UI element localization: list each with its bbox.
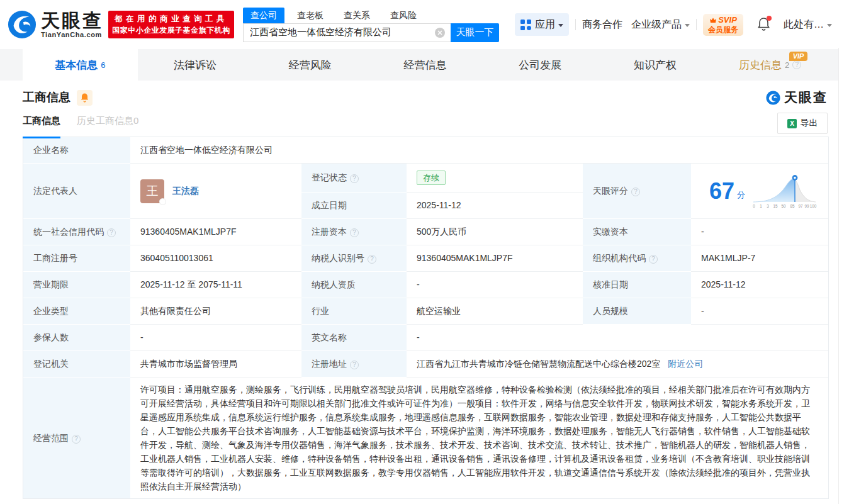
menu-business-cooperation[interactable]: 商务合作: [582, 18, 622, 31]
field-label: 纳税人资质: [301, 272, 407, 298]
search-tab-company[interactable]: 查公司: [243, 8, 284, 23]
credit-code-value: 91360405MAK1MLJP7F: [130, 219, 301, 245]
top-bar: 天眼查 TianYanCha.com 都在用的商业查询工具 国家中小企业发展子基…: [0, 0, 849, 49]
subtab-history-business-info[interactable]: 历史工商信息0: [77, 115, 138, 138]
divider: [696, 19, 697, 30]
clear-search-icon[interactable]: [435, 28, 445, 38]
svip-member-button[interactable]: SVIP 会员服务: [703, 14, 743, 36]
field-label: 统一社会信用代码: [23, 219, 130, 245]
enterprise-product-label: 企业级产品: [631, 18, 682, 31]
table-row: 企业类型 其他有限责任公司 行业 航空运输业 人员规模 -: [23, 298, 828, 325]
chevron-down-icon: [827, 24, 832, 27]
tab-operation-risk[interactable]: 经营风险: [252, 49, 368, 81]
menu-enterprise-product[interactable]: 企业级产品: [631, 18, 690, 31]
tab-label: 基本信息: [55, 58, 98, 72]
help-icon[interactable]: [350, 361, 359, 369]
tab-count: 2: [785, 60, 789, 70]
menu-more[interactable]: 此处有…: [784, 18, 832, 31]
crown-icon: [709, 17, 717, 23]
help-icon[interactable]: [631, 188, 640, 196]
tianyan-score[interactable]: 67 分: [701, 174, 818, 209]
scrollbar[interactable]: [838, 48, 849, 504]
org-code-value: MAK1MLJP-7: [691, 245, 828, 272]
tianyancha-logo[interactable]: 天眼查 TianYanCha.com: [8, 10, 103, 39]
promo-line1: 都在用的商业查询工具: [108, 14, 234, 24]
tab-label: 经营信息: [404, 58, 447, 72]
search-tab-boss[interactable]: 查老板: [290, 8, 331, 23]
help-icon[interactable]: [649, 255, 658, 264]
field-label: 登记状态: [301, 164, 407, 193]
company-type-value: 其他有限责任公司: [130, 298, 301, 325]
svg-text:3: 3: [767, 204, 769, 208]
table-row: 企业名称 江西省空地一体低空经济有限公司: [23, 137, 828, 164]
search-tab-relation[interactable]: 查关系: [336, 8, 378, 23]
tab-company-development[interactable]: 公司发展: [483, 49, 598, 81]
excel-icon: X: [787, 119, 797, 128]
taxpayer-id-value: 91360405MAK1MLJP7F: [407, 245, 583, 272]
reg-address-value: 江西省九江市共青城市冷链仓储智慧物流配送中心综合楼202室附近公司: [407, 351, 828, 378]
monitor-bell-button[interactable]: [77, 90, 93, 106]
svg-text:85: 85: [790, 204, 796, 208]
help-icon[interactable]: [368, 255, 376, 264]
promo-line2: 国家中小企业发展子基金旗下机构: [108, 25, 234, 35]
legal-rep-avatar[interactable]: 王: [140, 179, 164, 203]
search-button[interactable]: 天眼一下: [451, 23, 499, 42]
field-label: 实缴资本: [583, 219, 691, 245]
reg-number-value: 360405110013061: [130, 245, 301, 272]
tab-operation-info[interactable]: 经营信息: [368, 49, 483, 81]
field-label: 纳税人识别号: [301, 245, 407, 272]
subtab-business-info[interactable]: 工商信息: [23, 115, 60, 138]
staff-size-value: -: [691, 298, 828, 325]
apps-menu[interactable]: 应用: [515, 13, 569, 36]
notification-bell[interactable]: [757, 17, 771, 32]
search-input[interactable]: [243, 23, 451, 42]
apps-label: 应用: [535, 18, 555, 31]
score-value: 67: [709, 179, 734, 203]
status-badge: 存续: [417, 171, 446, 185]
tianyancha-logo-icon: [766, 91, 780, 105]
business-info-table: 企业名称 江西省空地一体低空经济有限公司 法定代表人 王 王法磊 登记状态 存续…: [23, 137, 829, 499]
field-label: 法定代表人: [23, 164, 130, 219]
field-label: 参保人数: [23, 325, 130, 351]
field-label-text: 登记状态: [312, 172, 347, 182]
tab-legal-proceedings[interactable]: 法律诉讼: [138, 49, 253, 81]
tianyancha-logo-icon: [8, 10, 37, 39]
svip-sub-label: 会员服务: [708, 25, 738, 34]
field-label: 天眼评分: [583, 164, 691, 219]
table-row: 营业期限 2025-11-12 至 2075-11-11 纳税人资质 - 核准日…: [23, 272, 828, 298]
promo-banner: 都在用的商业查询工具 国家中小企业发展子基金旗下机构: [108, 11, 234, 38]
field-label-text: 注册地址: [312, 359, 347, 369]
table-row: 统一社会信用代码 91360405MAK1MLJP7F 注册资本 500万人民币…: [23, 219, 828, 245]
tab-history-info[interactable]: 历史信息 2 VIP: [712, 49, 828, 81]
help-icon[interactable]: [792, 60, 801, 69]
score-unit: 分: [737, 189, 745, 201]
tab-label: 经营风险: [289, 58, 332, 72]
top-right-menu: 应用 商务合作 企业级产品 SVIP 会员服务: [515, 13, 832, 36]
field-label-text: 天眼评分: [593, 186, 628, 196]
nearby-companies-link[interactable]: 附近公司: [668, 359, 703, 369]
help-icon[interactable]: [107, 228, 116, 237]
field-label: 成立日期: [301, 193, 407, 219]
field-label: 组织机构代码: [583, 245, 691, 272]
help-icon[interactable]: [350, 228, 359, 237]
field-label-text: 统一社会信用代码: [33, 227, 104, 237]
field-label: 注册地址: [301, 351, 407, 378]
svg-text:0: 0: [753, 204, 755, 208]
industry-value: 航空运输业: [407, 298, 583, 325]
approval-date-value: 2025-11-12: [691, 272, 828, 298]
help-icon[interactable]: [350, 174, 359, 183]
tab-label: 知识产权: [634, 58, 677, 72]
logo-subtitle: TianYanCha.com: [41, 31, 103, 38]
tab-intellectual-property[interactable]: 知识产权: [598, 49, 713, 81]
export-button[interactable]: X 导出: [777, 113, 828, 134]
chevron-down-icon: [558, 24, 563, 27]
search-tab-risk[interactable]: 查风险: [383, 8, 424, 23]
english-name-value: -: [407, 325, 828, 351]
legal-rep-link[interactable]: 王法磊: [172, 185, 199, 197]
field-label: 工商注册号: [23, 245, 130, 272]
tab-basic-info[interactable]: 基本信息 6: [23, 49, 138, 81]
help-icon[interactable]: [72, 435, 81, 444]
insured-count-value: -: [130, 325, 301, 351]
field-label-text: 经营范围: [33, 433, 69, 443]
notification-dot: [767, 16, 772, 21]
